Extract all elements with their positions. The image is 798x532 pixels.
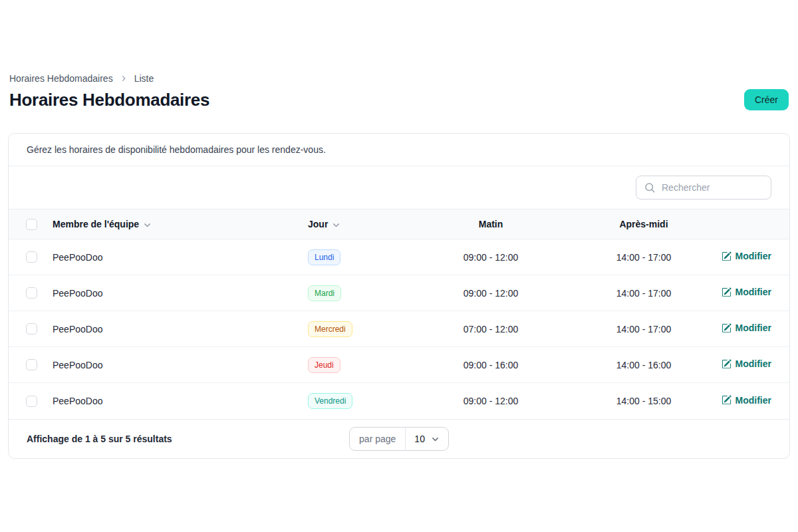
day-cell: Mardi — [308, 275, 414, 311]
column-header-day-label: Jour — [308, 219, 328, 229]
column-header-afternoon: Après-midi — [567, 209, 720, 239]
day-badge: Vendredi — [308, 393, 352, 409]
row-checkbox[interactable] — [26, 287, 37, 299]
day-badge: Lundi — [308, 249, 340, 265]
morning-time: 09:00 - 12:00 — [414, 383, 567, 419]
member-name: PeePooDoo — [53, 324, 103, 334]
page-title: Horaires Hebdomadaires — [9, 90, 209, 110]
morning-time: 09:00 - 12:00 — [414, 239, 567, 275]
afternoon-time: 14:00 - 15:00 — [567, 383, 720, 419]
per-page-select[interactable]: par page 10 — [349, 427, 449, 451]
row-checkbox[interactable] — [26, 323, 37, 334]
table-row: PeePooDoo Jeudi 09:00 - 16:00 14:00 - 16… — [9, 347, 789, 383]
edit-icon — [722, 287, 732, 297]
day-cell: Jeudi — [308, 347, 414, 383]
table-body: PeePooDoo Lundi 09:00 - 12:00 14:00 - 17… — [9, 239, 789, 419]
breadcrumb-separator-icon — [120, 74, 128, 82]
member-cell: PeePooDoo — [53, 383, 308, 419]
day-badge: Jeudi — [308, 357, 340, 373]
table-row: PeePooDoo Vendredi 09:00 - 12:00 14:00 -… — [9, 383, 789, 419]
edit-icon — [722, 359, 732, 369]
column-header-morning: Matin — [414, 209, 567, 239]
breadcrumb-item-horaires[interactable]: Horaires Hebdomadaires — [9, 73, 113, 84]
afternoon-time: 14:00 - 17:00 — [567, 311, 720, 347]
schedules-card: Gérez les horaires de disponibilité hebd… — [8, 133, 790, 459]
modifier-link[interactable]: Modifier — [722, 395, 771, 406]
table-row: PeePooDoo Mercredi 07:00 - 12:00 14:00 -… — [9, 311, 789, 347]
create-button[interactable]: Créer — [744, 89, 789, 110]
member-cell: PeePooDoo — [53, 311, 308, 347]
search-box — [636, 176, 771, 200]
day-cell: Vendredi — [308, 383, 414, 419]
breadcrumb: Horaires Hebdomadaires Liste — [9, 73, 789, 84]
chevron-down-icon — [431, 435, 440, 444]
table-footer: Affichage de 1 à 5 sur 5 résultats par p… — [9, 419, 789, 458]
results-summary: Affichage de 1 à 5 sur 5 résultats — [27, 434, 349, 444]
modifier-label: Modifier — [735, 287, 771, 297]
morning-time: 09:00 - 12:00 — [414, 275, 567, 311]
day-cell: Mercredi — [308, 311, 414, 347]
modifier-label: Modifier — [735, 358, 771, 369]
table-toolbar — [9, 166, 789, 209]
day-cell: Lundi — [308, 239, 414, 275]
member-cell: PeePooDoo — [53, 347, 308, 383]
day-badge: Mardi — [308, 285, 341, 301]
afternoon-time: 14:00 - 17:00 — [567, 239, 720, 275]
row-checkbox[interactable] — [26, 251, 37, 263]
breadcrumb-item-liste[interactable]: Liste — [134, 73, 154, 84]
modifier-label: Modifier — [735, 395, 771, 406]
member-cell: PeePooDoo — [53, 239, 308, 275]
row-checkbox[interactable] — [26, 396, 37, 407]
modifier-link[interactable]: Modifier — [722, 358, 771, 369]
row-checkbox[interactable] — [26, 359, 37, 370]
day-badge: Mercredi — [308, 321, 352, 337]
member-name: PeePooDoo — [53, 252, 103, 263]
sort-chevron-icon — [143, 221, 152, 229]
member-cell: PeePooDoo — [53, 275, 308, 311]
edit-icon — [722, 323, 732, 333]
afternoon-time: 14:00 - 16:00 — [567, 347, 720, 383]
morning-time: 09:00 - 16:00 — [414, 347, 567, 383]
page: Horaires Hebdomadaires Liste Horaires He… — [0, 73, 798, 459]
column-header-day[interactable]: Jour — [308, 209, 414, 239]
afternoon-time: 14:00 - 17:00 — [567, 275, 720, 311]
per-page-value: 10 — [414, 434, 425, 444]
modifier-label: Modifier — [735, 251, 771, 261]
modifier-link[interactable]: Modifier — [722, 287, 771, 297]
table-row: PeePooDoo Mardi 09:00 - 12:00 14:00 - 17… — [9, 275, 789, 311]
member-name: PeePooDoo — [53, 288, 103, 299]
edit-icon — [722, 395, 732, 405]
edit-icon — [722, 251, 732, 261]
sort-chevron-icon — [332, 221, 340, 229]
table-row: PeePooDoo Lundi 09:00 - 12:00 14:00 - 17… — [9, 239, 789, 275]
modifier-link[interactable]: Modifier — [722, 323, 771, 333]
member-name: PeePooDoo — [53, 396, 103, 406]
select-all-checkbox[interactable] — [26, 219, 37, 230]
schedules-table: Membre de l'équipe Jour — [9, 209, 789, 419]
column-header-member-label: Membre de l'équipe — [53, 219, 139, 229]
column-header-member[interactable]: Membre de l'équipe — [53, 209, 308, 239]
table-header-row: Membre de l'équipe Jour — [9, 209, 789, 239]
card-description: Gérez les horaires de disponibilité hebd… — [9, 134, 789, 166]
page-header: Horaires Hebdomadaires Créer — [9, 89, 789, 110]
per-page-label: par page — [350, 428, 406, 450]
modifier-link[interactable]: Modifier — [722, 251, 771, 261]
modifier-label: Modifier — [735, 323, 771, 333]
member-name: PeePooDoo — [53, 360, 103, 370]
morning-time: 07:00 - 12:00 — [414, 311, 567, 347]
search-input[interactable] — [636, 176, 771, 200]
